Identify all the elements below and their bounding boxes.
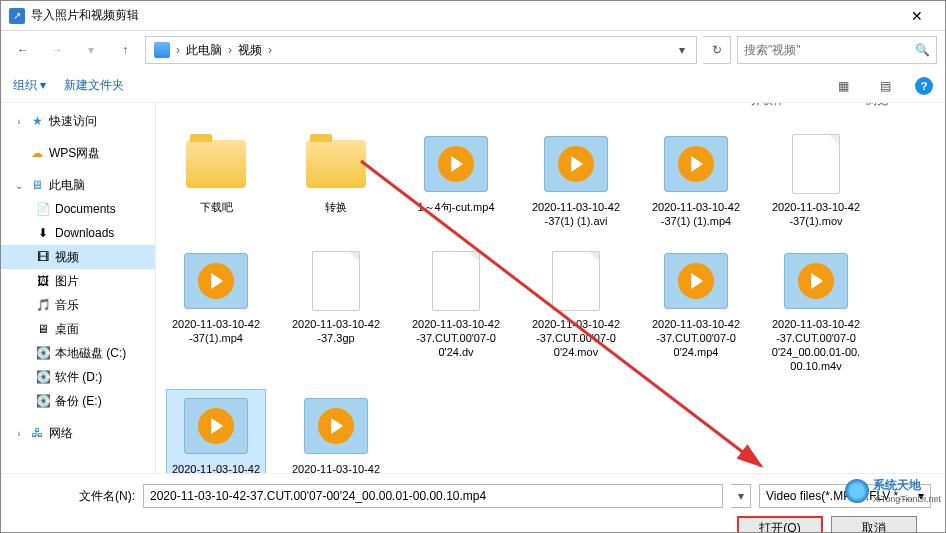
sidebar-item[interactable]: 💽软件 (D:) [1,365,155,389]
new-folder-button[interactable]: 新建文件夹 [64,77,124,94]
sidebar-item[interactable]: 🖼图片 [1,269,155,293]
filter-label: Video files(*.MP4 *.FLV *.AVI [766,489,918,503]
chevron-down-icon: ▾ [918,489,924,503]
video-icon [184,398,248,454]
video-icon [784,253,848,309]
sidebar-wps[interactable]: ☁ WPS网盘 [1,141,155,165]
titlebar: ↗ 导入照片和视频剪辑 ✕ [1,1,945,31]
help-button[interactable]: ? [915,77,933,95]
sidebar-item[interactable]: 🖥桌面 [1,317,155,341]
bottom-panel: 文件名(N): ▾ Video files(*.MP4 *.FLV *.AVI … [1,473,945,533]
file-item[interactable]: 2020-11-03-10-42-37.CUT.00'07-00'24.mov [526,244,626,379]
chevron-right-icon[interactable]: › [226,43,234,57]
video-icon [664,136,728,192]
search-icon[interactable]: 🔍 [915,43,930,57]
sidebar-item-label: 视频 [55,249,79,266]
up-button[interactable]: ↑ [111,36,139,64]
sidebar-item-label: Downloads [55,226,114,240]
sidebar-this-pc[interactable]: ⌄ 🖥 此电脑 [1,173,155,197]
sidebar-label: WPS网盘 [49,145,100,162]
file-name: 转换 [291,200,381,214]
file-name: 2020-11-03-10-42-37.CUT.00'07-00'24.dv [411,317,501,360]
forward-button[interactable]: → [43,36,71,64]
file-icon [792,134,840,194]
close-button[interactable]: ✕ [897,8,937,24]
sidebar-item[interactable]: 📄Documents [1,197,155,221]
file-item[interactable]: 2020-11-03-10-42-37(1).mp4 [166,244,266,379]
window-title: 导入照片和视频剪辑 [31,7,897,24]
view-list-icon[interactable]: ▤ [873,74,897,98]
sidebar-item-label: 桌面 [55,321,79,338]
file-item[interactable]: 2020-11-03-10-42-37.CUT.00'07-00'28.avi [286,389,386,473]
truncated-label: 开软件 [751,103,784,108]
view-large-icon[interactable]: ▦ [831,74,855,98]
sidebar-item[interactable]: 💽备份 (E:) [1,389,155,413]
file-item[interactable]: 2020-11-03-10-42-37.CUT.00'07-00'24_00.0… [766,244,866,379]
file-type-filter[interactable]: Video files(*.MP4 *.FLV *.AVI ▾ [759,484,931,508]
sidebar-item-icon: 🖥 [35,321,51,337]
address-dropdown-icon[interactable]: ▾ [672,43,692,57]
sidebar-item[interactable]: 💽本地磁盘 (C:) [1,341,155,365]
video-icon [544,136,608,192]
address-bar[interactable]: › 此电脑 › 视频 › ▾ [145,36,697,64]
location-icon [154,42,170,58]
sidebar-item[interactable]: 🎞视频 [1,245,155,269]
chevron-right-icon[interactable]: › [174,43,182,57]
folder-icon [306,140,366,188]
toolbar: 组织 ▾ 新建文件夹 ▦ ▤ ? [1,69,945,103]
main-area: › ★ 快速访问 ☁ WPS网盘 ⌄ 🖥 此电脑 📄Documents⬇Down… [1,103,945,473]
file-grid[interactable]: Converter Studio 开软件 浏览 下载吧转换1～4句-cut.mp… [156,103,945,473]
sidebar-item[interactable]: ⬇Downloads [1,221,155,245]
filename-label: 文件名(N): [15,488,135,505]
organize-menu[interactable]: 组织 ▾ [13,77,46,94]
file-item[interactable]: 1～4句-cut.mp4 [406,127,506,234]
breadcrumb-videos[interactable]: 视频 [234,42,266,59]
file-item[interactable]: 2020-11-03-10-42-37(1) (1).avi [526,127,626,234]
file-name: 1～4句-cut.mp4 [411,200,501,214]
search-box[interactable]: 🔍 [737,36,937,64]
sidebar-quick-access[interactable]: › ★ 快速访问 [1,109,155,133]
search-input[interactable] [744,43,915,57]
file-name: 2020-11-03-10-42-37.CUT.00'07-00'28.avi [291,462,381,473]
recent-dropdown-icon[interactable]: ▾ [77,36,105,64]
sidebar-item-icon: 💽 [35,345,51,361]
sidebar-item-label: 本地磁盘 (C:) [55,345,126,362]
file-item[interactable]: 下载吧 [166,127,266,234]
sidebar-item-icon: 💽 [35,369,51,385]
file-item[interactable]: 2020-11-03-10-42-37.3gp [286,244,386,379]
sidebar-item-icon: 💽 [35,393,51,409]
video-icon [424,136,488,192]
file-item[interactable]: 2020-11-03-10-42-37(1) (1).mp4 [646,127,746,234]
chevron-right-icon[interactable]: › [13,428,25,439]
sidebar-item[interactable]: 🎵音乐 [1,293,155,317]
file-icon [432,251,480,311]
cancel-button[interactable]: 取消 [831,516,917,533]
video-icon [664,253,728,309]
file-item[interactable]: 2020-11-03-10-42-37.CUT.00'07-00'24.mp4 [646,244,746,379]
file-item[interactable]: 2020-11-03-10-42-37.CUT.00'07-00'24_00.0… [166,389,266,473]
file-name: 2020-11-03-10-42-37(1).mov [771,200,861,229]
breadcrumb-this-pc[interactable]: 此电脑 [182,42,226,59]
chevron-right-icon[interactable]: › [266,43,274,57]
sidebar-item-icon: 🎞 [35,249,51,265]
file-item[interactable]: 转换 [286,127,386,234]
file-name: 2020-11-03-10-42-37.3gp [291,317,381,346]
filename-dropdown-icon[interactable]: ▾ [731,484,751,508]
navbar: ← → ▾ ↑ › 此电脑 › 视频 › ▾ ↻ 🔍 [1,31,945,69]
sidebar-item-label: 图片 [55,273,79,290]
file-name: 2020-11-03-10-42-37.CUT.00'07-00'24_00.0… [171,462,261,473]
back-button[interactable]: ← [9,36,37,64]
file-item[interactable]: 2020-11-03-10-42-37.CUT.00'07-00'24.dv [406,244,506,379]
open-button[interactable]: 打开(O) [737,516,823,533]
refresh-button[interactable]: ↻ [703,36,731,64]
file-name: 2020-11-03-10-42-37(1).mp4 [171,317,261,346]
video-icon [304,398,368,454]
network-icon: 🖧 [29,425,45,441]
file-item[interactable]: 2020-11-03-10-42-37(1).mov [766,127,866,234]
file-name: 2020-11-03-10-42-37.CUT.00'07-00'24_00.0… [771,317,861,374]
chevron-down-icon[interactable]: ⌄ [13,180,25,191]
chevron-right-icon[interactable]: › [13,116,25,127]
sidebar-network[interactable]: › 🖧 网络 [1,421,155,445]
filename-input[interactable] [143,484,723,508]
sidebar-label: 网络 [49,425,73,442]
